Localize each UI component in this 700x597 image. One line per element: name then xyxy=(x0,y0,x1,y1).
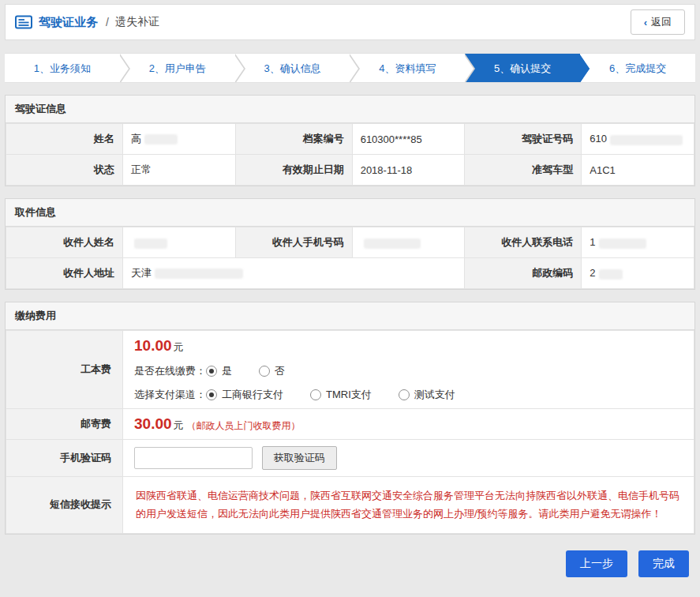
captcha-row: 手机验证码 获取验证码 xyxy=(6,440,694,477)
online-pay-label: 是否在线缴费： xyxy=(134,364,206,378)
field-label: 收件人姓名 xyxy=(6,227,123,258)
get-captcha-button[interactable]: 获取验证码 xyxy=(262,446,337,470)
field-label: 有效期止日期 xyxy=(235,155,352,186)
redaction xyxy=(155,268,243,279)
step-label: 6、完成提交 xyxy=(609,62,666,74)
field-value: 天津 xyxy=(123,258,465,289)
redaction xyxy=(599,269,623,280)
postage-content: 30.00元（邮政人员上门收取费用） xyxy=(123,409,694,440)
step-label: 5、确认提交 xyxy=(494,62,551,74)
channel-row: 选择支付渠道： 工商银行支付 TMRI支付 测试支付 xyxy=(134,388,683,402)
previous-step-button[interactable]: 上一步 xyxy=(566,550,627,577)
payment-table: 工本费 10.00元 是否在线缴费： 是 否 xyxy=(6,330,694,534)
field-value: 2 xyxy=(582,258,694,289)
table-row: 收件人地址 天津 邮政编码 2 xyxy=(6,258,694,289)
radio-online-yes[interactable]: 是 xyxy=(206,364,232,378)
payment-title: 缴纳费用 xyxy=(6,302,694,330)
captcha-label: 手机验证码 xyxy=(6,440,123,477)
captcha-content: 获取验证码 xyxy=(123,440,694,477)
fee-amount: 10.00 xyxy=(134,337,172,354)
payment-panel: 缴纳费用 工本费 10.00元 是否在线缴费： 是 xyxy=(5,302,695,535)
license-info-panel: 驾驶证信息 姓名 高 档案编号 610300****85 驾驶证号码 610 状… xyxy=(5,95,695,186)
captcha-input[interactable] xyxy=(134,447,253,469)
field-label: 驾驶证号码 xyxy=(465,124,582,155)
field-label: 收件人地址 xyxy=(6,258,123,289)
radio-checked-icon xyxy=(206,366,217,377)
table-row: 姓名 高 档案编号 610300****85 驾驶证号码 610 xyxy=(6,124,694,155)
license-info-title: 驾驶证信息 xyxy=(6,96,694,123)
field-label: 姓名 xyxy=(6,124,123,155)
radio-label: TMRI支付 xyxy=(326,388,372,402)
table-row: 收件人姓名 收件人手机号码 收件人联系电话 1 xyxy=(6,227,694,258)
step-item-6[interactable]: 6、完成提交 xyxy=(580,54,695,82)
fee-unit: 元 xyxy=(174,341,184,353)
sms-tip-label: 短信接收提示 xyxy=(6,477,123,534)
redaction xyxy=(144,134,178,145)
field-value: 610300****85 xyxy=(352,124,465,155)
radio-label: 是 xyxy=(222,364,232,378)
breadcrumb: 驾驶证业务 / 遗失补证 xyxy=(15,15,159,30)
back-button[interactable]: ‹ 返回 xyxy=(631,9,685,35)
redaction xyxy=(610,135,683,145)
step-item-4[interactable]: 4、资料填写 xyxy=(350,54,465,82)
field-value xyxy=(123,227,236,258)
step-item-1[interactable]: 1、业务须知 xyxy=(5,54,120,82)
table-row: 状态 正常 有效期止日期 2018-11-18 准驾车型 A1C1 xyxy=(6,155,694,186)
field-label: 邮政编码 xyxy=(465,258,582,289)
radio-channel-test[interactable]: 测试支付 xyxy=(399,388,455,402)
radio-label: 工商银行支付 xyxy=(222,388,283,402)
page: 驾驶证业务 / 遗失补证 ‹ 返回 1、业务须知 2、用户申告 3、确认信息 4… xyxy=(0,0,700,585)
step-item-3[interactable]: 3、确认信息 xyxy=(235,54,350,82)
radio-checked-icon xyxy=(206,389,217,400)
field-label: 状态 xyxy=(6,155,123,186)
field-value: 高 xyxy=(123,124,236,155)
license-service-icon xyxy=(15,15,32,29)
step-label: 2、用户申告 xyxy=(149,62,206,74)
footer-actions: 上一步 完成 xyxy=(5,550,695,577)
pickup-info-title: 取件信息 xyxy=(6,199,694,227)
radio-online-no[interactable]: 否 xyxy=(259,364,285,378)
field-label: 档案编号 xyxy=(235,124,352,155)
fee-amount-line: 10.00元 xyxy=(134,337,683,355)
breadcrumb-separator: / xyxy=(106,16,109,28)
step-label: 1、业务须知 xyxy=(34,62,91,74)
step-item-2[interactable]: 2、用户申告 xyxy=(120,54,235,82)
online-pay-row: 是否在线缴费： 是 否 xyxy=(134,364,683,378)
fee-label: 工本费 xyxy=(6,331,123,409)
fee-row: 工本费 10.00元 是否在线缴费： 是 否 xyxy=(6,331,694,409)
step-item-5-active[interactable]: 5、确认提交 xyxy=(465,54,580,82)
finish-button[interactable]: 完成 xyxy=(638,550,689,577)
radio-unchecked-icon xyxy=(310,389,321,400)
sms-tip-content: 因陕西省联通、电信运营商技术问题，陕西省互联网交通安全综合服务管理平台无法向持陕… xyxy=(123,477,694,534)
field-label: 收件人联系电话 xyxy=(465,227,582,258)
radio-label: 测试支付 xyxy=(414,388,455,402)
redaction xyxy=(364,238,421,249)
field-label: 准驾车型 xyxy=(465,155,582,186)
page-subtitle: 遗失补证 xyxy=(115,15,159,29)
sms-tip-text: 因陕西省联通、电信运营商技术问题，陕西省互联网交通安全综合服务管理平台无法向持陕… xyxy=(134,483,683,527)
header-bar: 驾驶证业务 / 遗失补证 ‹ 返回 xyxy=(5,4,695,40)
postage-label: 邮寄费 xyxy=(6,409,123,440)
redaction xyxy=(134,238,167,249)
field-value: 610 xyxy=(582,124,694,155)
postage-unit: 元 xyxy=(174,419,184,431)
redaction xyxy=(599,238,646,249)
step-label: 3、确认信息 xyxy=(264,62,320,74)
chevron-left-icon: ‹ xyxy=(644,17,647,28)
radio-unchecked-icon xyxy=(399,389,410,400)
field-value: A1C1 xyxy=(582,155,694,186)
radio-channel-icbc[interactable]: 工商银行支付 xyxy=(206,388,283,402)
field-value: 1 xyxy=(582,227,694,258)
pickup-info-table: 收件人姓名 收件人手机号码 收件人联系电话 1 收件人地址 天津 邮政编码 2 xyxy=(6,227,694,289)
postage-amount: 30.00 xyxy=(134,415,172,432)
fee-content: 10.00元 是否在线缴费： 是 否 选择支 xyxy=(123,331,694,409)
radio-label: 否 xyxy=(275,364,285,378)
postage-row: 邮寄费 30.00元（邮政人员上门收取费用） xyxy=(6,409,694,440)
step-nav: 1、业务须知 2、用户申告 3、确认信息 4、资料填写 5、确认提交 6、完成提… xyxy=(5,53,695,83)
postage-note: （邮政人员上门收取费用） xyxy=(187,420,301,431)
license-info-table: 姓名 高 档案编号 610300****85 驾驶证号码 610 状态 正常 有… xyxy=(6,123,694,186)
field-value: 正常 xyxy=(123,155,236,186)
field-label: 收件人手机号码 xyxy=(235,227,352,258)
pickup-info-panel: 取件信息 收件人姓名 收件人手机号码 收件人联系电话 1 收件人地址 天津 邮政… xyxy=(5,198,695,290)
radio-channel-tmri[interactable]: TMRI支付 xyxy=(310,388,372,402)
